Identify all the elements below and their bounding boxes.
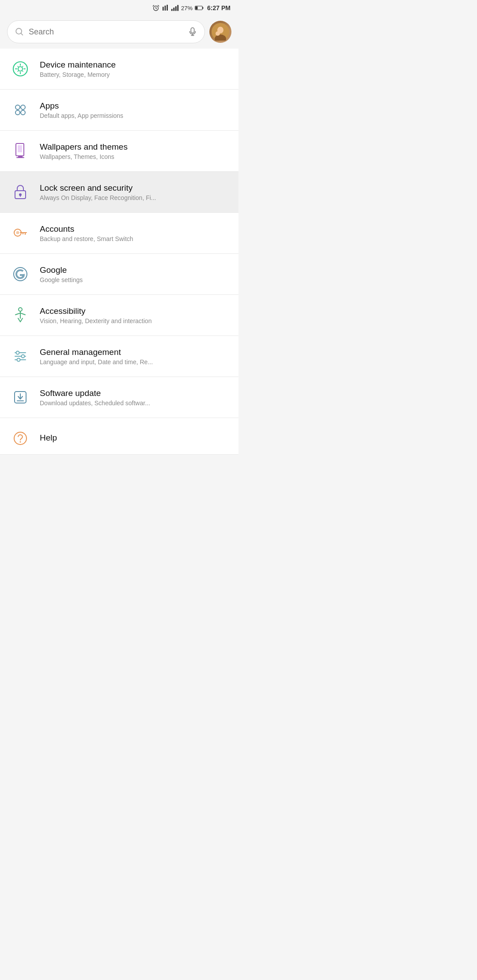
svg-point-19 xyxy=(15,105,20,109)
battery-percentage: 27% xyxy=(181,5,193,11)
software-update-text: Software update Download updates, Schedu… xyxy=(40,388,230,407)
wallpapers-subtitle: Wallpapers, Themes, Icons xyxy=(40,153,230,160)
svg-point-22 xyxy=(21,110,25,115)
software-update-subtitle: Download updates, Scheduled softwar... xyxy=(40,400,230,407)
battery-icon xyxy=(195,5,204,11)
google-title: Google xyxy=(40,265,230,275)
svg-point-16 xyxy=(216,31,220,36)
maintenance-icon xyxy=(9,57,32,80)
key-icon xyxy=(9,222,32,245)
accessibility-subtitle: Vision, Hearing, Dexterity and interacti… xyxy=(40,317,230,324)
sidebar-item-wallpapers[interactable]: Wallpapers and themes Wallpapers, Themes… xyxy=(0,131,238,172)
apps-text: Apps Default apps, App permissions xyxy=(40,101,230,119)
lock-screen-text: Lock screen and security Always On Displ… xyxy=(40,183,230,201)
accessibility-text: Accessibility Vision, Hearing, Dexterity… xyxy=(40,306,230,324)
signal-icon xyxy=(171,4,179,11)
help-text: Help xyxy=(40,433,230,444)
mic-icon[interactable] xyxy=(188,27,197,37)
general-management-title: General management xyxy=(40,347,230,357)
search-bar[interactable] xyxy=(7,20,205,43)
sidebar-item-apps[interactable]: Apps Default apps, App permissions xyxy=(0,90,238,131)
svg-point-35 xyxy=(14,432,26,445)
update-icon xyxy=(9,386,32,409)
help-icon xyxy=(9,427,32,450)
status-bar: 27% 6:27 PM xyxy=(0,0,238,16)
google-subtitle: Google settings xyxy=(40,276,230,283)
svg-point-20 xyxy=(21,105,25,109)
wallpaper-icon xyxy=(9,139,32,162)
general-management-text: General management Language and input, D… xyxy=(40,347,230,366)
svg-rect-12 xyxy=(191,28,194,33)
device-maintenance-title: Device maintenance xyxy=(40,60,230,70)
status-time: 6:27 PM xyxy=(207,4,231,11)
sidebar-item-accounts[interactable]: Accounts Backup and restore, Smart Switc… xyxy=(0,213,238,254)
settings-list: Device maintenance Battery, Storage, Mem… xyxy=(0,49,238,455)
svg-point-32 xyxy=(22,355,25,358)
google-icon xyxy=(9,263,32,286)
svg-rect-5 xyxy=(173,8,174,11)
svg-rect-6 xyxy=(175,6,177,11)
svg-point-31 xyxy=(16,351,19,354)
wallpapers-text: Wallpapers and themes Wallpapers, Themes… xyxy=(40,142,230,160)
sidebar-item-accessibility[interactable]: Accessibility Vision, Hearing, Dexterity… xyxy=(0,295,238,336)
svg-point-30 xyxy=(19,308,22,311)
apps-title: Apps xyxy=(40,101,230,111)
alarm-icon xyxy=(152,4,159,11)
lock-screen-title: Lock screen and security xyxy=(40,183,230,193)
avatar-image xyxy=(212,23,229,41)
help-title: Help xyxy=(40,433,230,443)
sidebar-item-help[interactable]: Help xyxy=(0,418,238,455)
svg-rect-3 xyxy=(167,5,168,11)
sliders-icon xyxy=(9,345,32,368)
wallpapers-title: Wallpapers and themes xyxy=(40,142,230,152)
search-input[interactable] xyxy=(29,27,183,37)
search-bar-container xyxy=(0,16,238,49)
avatar[interactable] xyxy=(209,21,231,43)
apps-subtitle: Default apps, App permissions xyxy=(40,112,230,119)
svg-rect-1 xyxy=(163,7,164,11)
accounts-subtitle: Backup and restore, Smart Switch xyxy=(40,235,230,242)
svg-rect-4 xyxy=(171,9,173,11)
lock-icon xyxy=(9,181,32,204)
svg-point-33 xyxy=(17,358,20,362)
search-icon xyxy=(15,27,24,37)
apps-icon xyxy=(9,98,32,121)
sidebar-item-device-maintenance[interactable]: Device maintenance Battery, Storage, Mem… xyxy=(0,49,238,90)
svg-point-36 xyxy=(20,441,21,443)
sidebar-item-general-management[interactable]: General management Language and input, D… xyxy=(0,336,238,377)
accounts-title: Accounts xyxy=(40,224,230,234)
svg-rect-10 xyxy=(196,6,198,9)
data-icon xyxy=(162,4,169,11)
sidebar-item-google[interactable]: Google Google settings xyxy=(0,254,238,295)
svg-point-28 xyxy=(16,231,19,234)
svg-rect-7 xyxy=(177,5,178,11)
status-icons: 27% xyxy=(152,4,204,11)
svg-rect-2 xyxy=(165,6,166,11)
accessibility-title: Accessibility xyxy=(40,306,230,316)
general-management-subtitle: Language and input, Date and time, Re... xyxy=(40,358,230,366)
sidebar-item-software-update[interactable]: Software update Download updates, Schedu… xyxy=(0,377,238,418)
sidebar-item-lock-screen[interactable]: Lock screen and security Always On Displ… xyxy=(0,172,238,213)
svg-point-21 xyxy=(15,110,20,115)
device-maintenance-subtitle: Battery, Storage, Memory xyxy=(40,71,230,78)
accounts-text: Accounts Backup and restore, Smart Switc… xyxy=(40,224,230,242)
svg-rect-9 xyxy=(202,7,203,9)
device-maintenance-text: Device maintenance Battery, Storage, Mem… xyxy=(40,60,230,78)
svg-rect-24 xyxy=(18,145,22,152)
software-update-title: Software update xyxy=(40,388,230,398)
lock-screen-subtitle: Always On Display, Face Recognition, Fi.… xyxy=(40,194,230,201)
google-text: Google Google settings xyxy=(40,265,230,283)
accessibility-icon xyxy=(9,304,32,327)
